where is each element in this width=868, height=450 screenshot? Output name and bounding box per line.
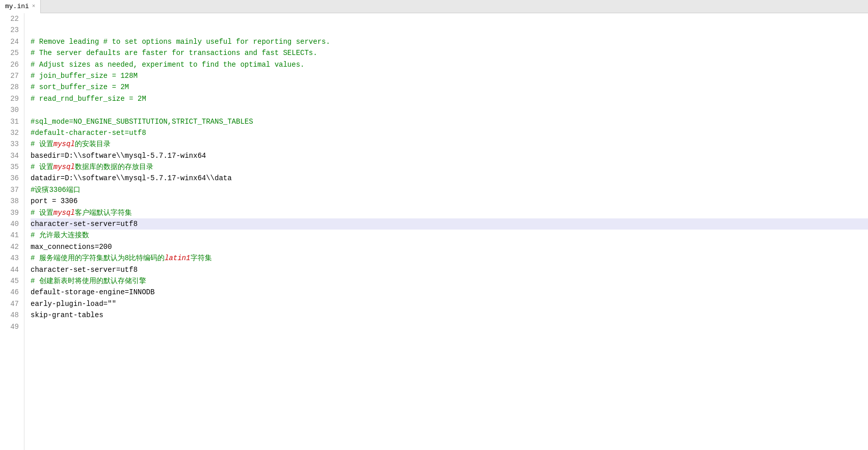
line-number: 35 [4, 161, 19, 173]
line-number: 43 [4, 252, 19, 264]
editor-window: my.ini × 2223242526272829303132333435363… [0, 0, 868, 450]
code-line: # read_rnd_buffer_size = 2M [31, 93, 868, 104]
code-line: #default-character-set=utf8 [31, 127, 868, 138]
code-line: # 允许最大连接数 [31, 230, 868, 241]
line-number: 37 [4, 184, 19, 195]
code-line: default-storage-engine=INNODB [31, 287, 868, 298]
code-line [31, 321, 868, 332]
code-line: # Adjust sizes as needed, experiment to … [31, 59, 868, 70]
code-line: # join_buffer_size = 128M [31, 70, 868, 81]
line-number: 25 [4, 47, 19, 59]
line-numbers: 2223242526272829303132333435363738394041… [0, 13, 24, 450]
line-number: 39 [4, 207, 19, 218]
editor-content: 2223242526272829303132333435363738394041… [0, 13, 868, 450]
tab-close-button[interactable]: × [32, 4, 36, 9]
code-line: # 设置mysql的安装目录 [31, 138, 868, 150]
tab-label: my.ini [5, 3, 29, 10]
line-number: 38 [4, 195, 19, 207]
code-line [31, 13, 868, 24]
line-number: 46 [4, 287, 19, 298]
code-line: character-set-server=utf8 [31, 264, 868, 275]
code-line: max_connections=200 [31, 241, 868, 252]
line-number: 23 [4, 24, 19, 36]
line-number: 47 [4, 298, 19, 310]
code-line: # 创建新表时将使用的默认存储引擎 [31, 275, 868, 287]
line-number: 34 [4, 150, 19, 161]
line-number: 28 [4, 81, 19, 93]
code-line: # 服务端使用的字符集默认为8比特编码的latin1字符集 [31, 252, 868, 264]
line-number: 42 [4, 241, 19, 252]
code-area[interactable]: # Remove leading # to set options mainly… [24, 13, 868, 450]
code-line: # sort_buffer_size = 2M [31, 81, 868, 93]
code-line: #sql_mode=NO_ENGINE_SUBSTITUTION,STRICT_… [31, 116, 868, 127]
line-number: 29 [4, 93, 19, 104]
line-number: 30 [4, 104, 19, 116]
line-number: 32 [4, 127, 19, 138]
code-line [31, 24, 868, 36]
line-number: 27 [4, 70, 19, 81]
code-line: # 设置mysql客户端默认字符集 [31, 207, 868, 218]
line-number: 24 [4, 36, 19, 47]
code-line: basedir=D:\\software\\mysql-5.7.17-winx6… [31, 150, 868, 161]
line-number: 41 [4, 230, 19, 241]
code-line: # Remove leading # to set options mainly… [31, 36, 868, 47]
code-line: #设獱3306端口 [31, 184, 868, 195]
code-line: skip-grant-tables [31, 310, 868, 321]
file-tab[interactable]: my.ini × [0, 0, 41, 13]
line-number: 31 [4, 116, 19, 127]
code-line: early-plugin-load="" [31, 298, 868, 310]
code-line: port = 3306 [31, 195, 868, 207]
line-number: 49 [4, 321, 19, 332]
code-line: datadir=D:\\software\\mysql-5.7.17-winx6… [31, 173, 868, 184]
tab-bar: my.ini × [0, 0, 868, 13]
line-number: 26 [4, 59, 19, 70]
code-line [31, 104, 868, 116]
line-number: 44 [4, 264, 19, 275]
line-number: 40 [4, 218, 19, 230]
code-line: # 设置mysql数据库的数据的存放目录 [31, 161, 868, 173]
line-number: 36 [4, 173, 19, 184]
code-line: character-set-server=utf8 [31, 218, 868, 230]
line-number: 22 [4, 13, 19, 24]
line-number: 45 [4, 275, 19, 287]
line-number: 33 [4, 138, 19, 150]
code-line: # The server defaults are faster for tra… [31, 47, 868, 59]
line-number: 48 [4, 310, 19, 321]
